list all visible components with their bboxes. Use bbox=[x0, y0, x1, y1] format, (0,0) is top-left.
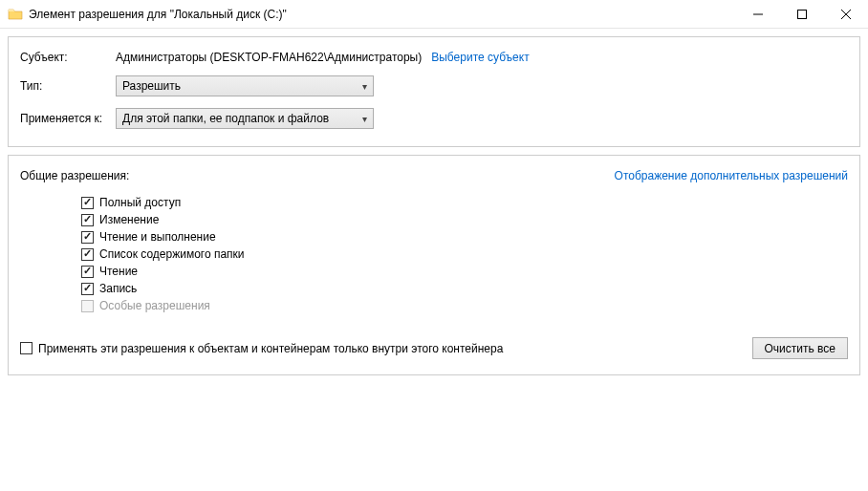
permission-item[interactable]: Чтение bbox=[81, 265, 848, 278]
permission-checkbox[interactable] bbox=[81, 283, 94, 295]
inherit-label: Применять эти разрешения к объектам и ко… bbox=[38, 342, 503, 355]
bottom-row: Применять эти разрешения к объектам и ко… bbox=[20, 337, 848, 359]
subject-label: Субъект: bbox=[20, 51, 116, 64]
subject-row: Субъект: Администраторы (DESKTOP-FMAH622… bbox=[20, 51, 848, 64]
applies-select-value: Для этой папки, ее подпапок и файлов bbox=[122, 112, 329, 125]
permission-checkbox[interactable] bbox=[81, 214, 94, 226]
permission-checkbox[interactable] bbox=[81, 266, 94, 278]
permission-label: Запись bbox=[99, 282, 137, 295]
permission-label: Список содержимого папки bbox=[99, 247, 245, 261]
applies-select[interactable]: Для этой папки, ее подпапок и файлов ▾ bbox=[116, 108, 374, 129]
subject-value: Администраторы (DESKTOP-FMAH622\Админист… bbox=[116, 51, 422, 64]
permission-label: Изменение bbox=[99, 213, 159, 226]
permission-item[interactable]: Список содержимого папки bbox=[81, 247, 848, 261]
permission-item[interactable]: Запись bbox=[81, 282, 848, 295]
principal-panel: Субъект: Администраторы (DESKTOP-FMAH622… bbox=[8, 36, 860, 147]
permission-checkbox[interactable] bbox=[81, 231, 94, 244]
permission-checkbox[interactable] bbox=[81, 197, 94, 209]
permissions-panel: Общие разрешения: Отображение дополнител… bbox=[8, 155, 860, 375]
window-title: Элемент разрешения для "Локальный диск (… bbox=[29, 8, 736, 21]
basic-permissions-label: Общие разрешения: bbox=[20, 169, 129, 182]
chevron-down-icon: ▾ bbox=[362, 81, 367, 92]
permission-item[interactable]: Полный доступ bbox=[81, 196, 848, 209]
svg-rect-0 bbox=[798, 11, 807, 19]
applies-label: Применяется к: bbox=[20, 112, 116, 125]
applies-row: Применяется к: Для этой папки, ее подпап… bbox=[20, 108, 848, 129]
inherit-checkbox[interactable] bbox=[20, 342, 33, 354]
permission-label: Чтение bbox=[99, 265, 138, 278]
folder-icon bbox=[8, 7, 23, 22]
type-row: Тип: Разрешить ▾ bbox=[20, 75, 848, 96]
permission-label: Чтение и выполнение bbox=[99, 230, 216, 244]
type-select-value: Разрешить bbox=[122, 79, 181, 93]
show-advanced-link[interactable]: Отображение дополнительных разрешений bbox=[615, 169, 848, 182]
type-select[interactable]: Разрешить ▾ bbox=[116, 75, 374, 96]
titlebar: Элемент разрешения для "Локальный диск (… bbox=[0, 0, 868, 29]
type-label: Тип: bbox=[20, 79, 116, 93]
inherit-checkbox-row[interactable]: Применять эти разрешения к объектам и ко… bbox=[20, 342, 503, 355]
permissions-header-row: Общие разрешения: Отображение дополнител… bbox=[20, 169, 848, 182]
minimize-button[interactable] bbox=[736, 0, 780, 29]
permission-item: Особые разрешения bbox=[81, 299, 848, 312]
permissions-list: Полный доступИзменениеЧтение и выполнени… bbox=[81, 196, 848, 312]
permission-label: Полный доступ bbox=[99, 196, 181, 209]
permission-item[interactable]: Чтение и выполнение bbox=[81, 230, 848, 244]
chevron-down-icon: ▾ bbox=[362, 114, 367, 124]
permission-label: Особые разрешения bbox=[99, 299, 210, 312]
permission-checkbox[interactable] bbox=[81, 248, 94, 261]
maximize-button[interactable] bbox=[780, 0, 824, 29]
window-controls bbox=[736, 0, 868, 28]
clear-all-button[interactable]: Очистить все bbox=[752, 337, 848, 359]
permission-checkbox bbox=[81, 300, 94, 312]
close-button[interactable] bbox=[824, 0, 868, 29]
permission-item[interactable]: Изменение bbox=[81, 213, 848, 226]
select-subject-link[interactable]: Выберите субъект bbox=[431, 51, 529, 64]
